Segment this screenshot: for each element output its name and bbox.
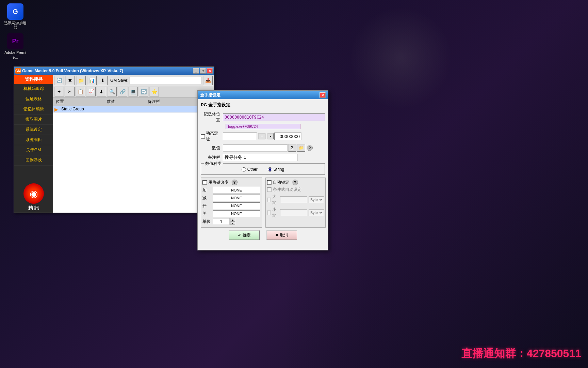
hotkey-row-unit: 单位 ▲ ▼ bbox=[202, 218, 260, 225]
big-endian-checkbox[interactable] bbox=[267, 198, 271, 202]
dynamic-address-label: 动态定址 bbox=[206, 131, 222, 142]
hotkey-unit-label: 单位 bbox=[202, 219, 213, 225]
hotkey-off-input[interactable] bbox=[213, 210, 260, 217]
value-sigma-button[interactable]: Σ bbox=[288, 144, 296, 152]
hotkey-on-input[interactable] bbox=[213, 202, 260, 209]
big-endian-label: 大於 bbox=[272, 194, 279, 205]
dialog-outer-close[interactable]: ✕ bbox=[320, 92, 326, 98]
toolbar-icon-1[interactable]: 🔄 bbox=[54, 76, 64, 85]
value-row: 数值 Σ 📁 ? bbox=[201, 144, 325, 152]
comment-input[interactable] bbox=[223, 154, 298, 161]
premiere-icon-label: Adobe Premie... bbox=[3, 50, 27, 59]
tool-x[interactable]: ✂ bbox=[65, 87, 75, 96]
value-type-legend: 数值种类 bbox=[204, 161, 223, 167]
sidebar-item-address-table[interactable]: 位址表格 bbox=[14, 94, 53, 104]
dialog-outer: 金手指设定 ✕ PC 金手指设定 记忆体位置 togg.exe+F39C24 动… bbox=[197, 90, 328, 250]
toolbar-icon-4[interactable]: 📊 bbox=[87, 76, 97, 85]
hotkey-row-add: 加 bbox=[202, 187, 260, 194]
tool-star2[interactable]: ⭐ bbox=[149, 87, 159, 96]
tool-link[interactable]: 🔗 bbox=[118, 87, 127, 96]
row-value bbox=[112, 107, 153, 112]
dialog-inner-title: PC 金手指设定 bbox=[201, 102, 325, 108]
value-label: 数值 bbox=[201, 145, 223, 151]
radio-string-circle[interactable] bbox=[268, 167, 272, 172]
sidebar-item-about-gm[interactable]: 关于GM bbox=[14, 145, 53, 155]
unit-spin-up[interactable]: ▲ bbox=[230, 218, 235, 221]
tool-copy[interactable]: 📋 bbox=[76, 87, 85, 96]
dialog-outer-title: 金手指设定 bbox=[200, 92, 220, 98]
hotkey-off-label: 关 bbox=[202, 211, 213, 217]
value-folder-button[interactable]: 📁 bbox=[297, 144, 305, 152]
col-value: 数值 bbox=[105, 98, 146, 105]
big-endian-select[interactable]: Byte bbox=[309, 196, 324, 203]
sidebar-header-search[interactable]: 资料搜寻 bbox=[14, 75, 53, 84]
sidebar-brand: 精 訊 bbox=[28, 205, 39, 211]
gm-save-input[interactable] bbox=[130, 77, 202, 84]
toolbar-icon-5[interactable]: ⬇ bbox=[98, 76, 108, 85]
dynamic-plus-button[interactable]: + bbox=[258, 133, 265, 139]
value-help-button[interactable]: ? bbox=[307, 145, 313, 151]
tool-down[interactable]: ⬇ bbox=[97, 87, 106, 96]
sidebar-item-machine-trace[interactable]: 机械码追踪 bbox=[14, 84, 53, 94]
hotkey-help-button[interactable]: ? bbox=[231, 179, 238, 185]
maximize-button[interactable]: □ bbox=[200, 68, 206, 74]
app-titlebar: GM Game Master 9.0 Full Version (Windows… bbox=[14, 67, 214, 75]
toolbar-icon-6[interactable]: 📤 bbox=[203, 76, 213, 85]
condition-checkbox-row: 条件式自动设定 bbox=[267, 187, 324, 193]
minimize-button[interactable]: _ bbox=[193, 68, 199, 74]
ok-button[interactable]: ✔ 确定 bbox=[229, 230, 260, 240]
cancel-button[interactable]: ✖ 取消 bbox=[266, 230, 297, 240]
value-input[interactable] bbox=[223, 144, 288, 152]
tool-pc[interactable]: 💻 bbox=[128, 87, 138, 96]
small-endian-input[interactable] bbox=[280, 209, 307, 216]
tool-lemon[interactable]: 🔍 bbox=[107, 87, 117, 96]
radio-other-item[interactable]: Other bbox=[242, 167, 258, 172]
sidebar-item-memory-edit[interactable]: 记忆体编辑 bbox=[14, 104, 53, 114]
toolbar-icon-2[interactable]: ✖ bbox=[65, 76, 75, 85]
dynamic-minus-button[interactable]: - bbox=[267, 133, 274, 139]
tool-star[interactable]: ✦ bbox=[54, 87, 64, 96]
big-endian-input[interactable] bbox=[280, 196, 307, 203]
gm-save-label: GM Save: bbox=[110, 78, 128, 83]
condition-checkbox[interactable] bbox=[267, 187, 272, 192]
sidebar-item-system-edit[interactable]: 系统编辑 bbox=[14, 135, 53, 145]
autolock-checkbox[interactable] bbox=[267, 180, 272, 185]
tool-chart[interactable]: 📈 bbox=[86, 87, 96, 96]
autolock-checkbox-label[interactable]: 自动锁定 bbox=[267, 180, 289, 185]
autolock-label-text: 自动锁定 bbox=[273, 180, 289, 185]
desktop-icons-area: G 迅讯网游加速器 Pr Adobe Premie... bbox=[3, 3, 27, 63]
autolock-header: 自动锁定 ? bbox=[267, 179, 324, 185]
app-window-game-master: GM Game Master 9.0 Full Version (Windows… bbox=[14, 66, 214, 213]
sidebar-item-system-settings[interactable]: 系统设定 bbox=[14, 125, 53, 135]
row-position: Static Group bbox=[61, 107, 112, 112]
brand-left: 精 bbox=[28, 205, 33, 211]
hotkey-unit-input[interactable] bbox=[213, 218, 230, 225]
brand-right: 訊 bbox=[34, 205, 39, 211]
dynamic-address-checkbox[interactable] bbox=[201, 134, 205, 139]
radio-string-item[interactable]: String bbox=[268, 167, 284, 172]
toolbar-icon-3[interactable]: 📁 bbox=[76, 76, 86, 85]
radio-other-circle[interactable] bbox=[242, 167, 246, 172]
table-row[interactable]: ▶ Static Group bbox=[53, 106, 214, 113]
close-button[interactable]: ✕ bbox=[207, 68, 213, 74]
live-notification-text: 直播通知群：427850511 bbox=[461, 346, 581, 361]
unit-spin-down[interactable]: ▼ bbox=[230, 221, 235, 225]
address-tooltip: togg.exe+F39C24 bbox=[226, 124, 300, 129]
dynamic-offset-input[interactable] bbox=[274, 133, 301, 140]
icon-adobe-premiere[interactable]: Pr Adobe Premie... bbox=[3, 33, 27, 59]
memory-address-input[interactable] bbox=[223, 113, 325, 121]
toolbar-top: 🔄 ✖ 📁 📊 ⬇ GM Save: 📤 bbox=[53, 75, 214, 86]
small-endian-checkbox[interactable] bbox=[267, 211, 271, 215]
hotkey-checkbox-label[interactable]: 用热键改变 bbox=[202, 180, 229, 185]
sidebar-item-return-game[interactable]: 回到游戏 bbox=[14, 155, 53, 166]
hotkey-sub-input[interactable] bbox=[213, 195, 260, 201]
hotkey-checkbox[interactable] bbox=[202, 180, 207, 185]
ok-label: 确定 bbox=[243, 232, 251, 238]
tool-refresh[interactable]: 🔄 bbox=[139, 87, 148, 96]
dynamic-address-input[interactable] bbox=[223, 133, 257, 140]
small-endian-select[interactable]: Byte bbox=[309, 209, 324, 216]
icon-network-accelerator[interactable]: G 迅讯网游加速器 bbox=[3, 3, 27, 30]
hotkey-add-input[interactable] bbox=[213, 187, 260, 194]
autolock-help-button[interactable]: ? bbox=[292, 179, 298, 185]
sidebar-item-screenshot[interactable]: 撷取图片 bbox=[14, 114, 53, 125]
